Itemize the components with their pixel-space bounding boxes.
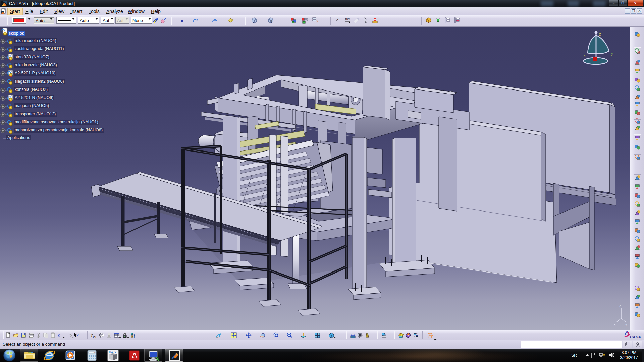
- svg-text:}=: }=: [133, 333, 137, 338]
- svg-text:x: x: [614, 323, 615, 326]
- svg-text:V: V: [337, 17, 339, 20]
- svg-text:z: z: [599, 32, 601, 37]
- svg-text:CATIA: CATIA: [630, 335, 641, 339]
- svg-text:x: x: [583, 53, 586, 58]
- svg-text:FESTO: FESTO: [109, 351, 116, 353]
- svg-text:?: ?: [76, 333, 79, 337]
- svg-text:y: y: [625, 323, 627, 326]
- svg-text:(x): (x): [93, 335, 96, 338]
- svg-text:y: y: [610, 51, 613, 56]
- svg-text:!: !: [604, 354, 604, 356]
- svg-text:ABC: ABC: [345, 18, 350, 20]
- svg-text:z: z: [619, 304, 621, 308]
